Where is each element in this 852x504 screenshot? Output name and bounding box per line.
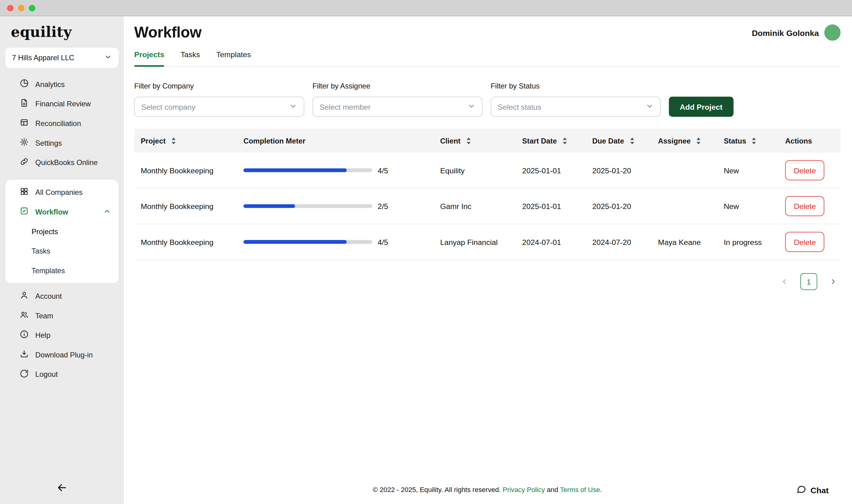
sort-icon	[171, 137, 176, 144]
column-header-assignee[interactable]: Assignee	[658, 137, 724, 145]
filter-company: Filter by Company Select company	[135, 82, 304, 117]
sidebar-item-financial-review[interactable]: Financial Review	[0, 94, 124, 114]
main-content: Workflow Dominik Golonka Projects Tasks …	[124, 16, 852, 504]
tab-templates[interactable]: Templates	[216, 50, 251, 66]
avatar[interactable]	[824, 24, 841, 41]
workflow-nav-panel: All Companies Workflow Projects Tasks Te…	[5, 180, 119, 283]
privacy-policy-link[interactable]: Privacy Policy	[503, 486, 545, 494]
sidebar-subitem-templates[interactable]: Templates	[5, 260, 119, 280]
company-filter-select[interactable]: Select company	[135, 97, 304, 117]
sidebar-nav-bottom: Account Team Help Download Plug-in Logou…	[0, 286, 124, 384]
settings-icon	[20, 137, 29, 148]
cell-project: Monthly Bookkeeping	[135, 166, 244, 175]
chevron-left-icon	[780, 277, 789, 286]
cell-project: Monthly Bookkeeping	[135, 237, 244, 246]
progress-bar	[244, 240, 372, 244]
cell-client: Lanyap Financial	[440, 237, 522, 246]
sidebar-item-quickbooks-online[interactable]: QuickBooks Online	[0, 153, 124, 173]
previous-page-button[interactable]	[780, 277, 789, 286]
column-header-project[interactable]: Project	[135, 137, 244, 145]
sidebar-item-label: Reconciliation	[35, 119, 81, 128]
pagination: 1	[135, 273, 841, 290]
column-header-status[interactable]: Status	[724, 137, 785, 145]
minimize-window-button[interactable]	[18, 5, 24, 11]
column-header-client[interactable]: Client	[440, 137, 522, 145]
tab-tasks[interactable]: Tasks	[180, 50, 200, 66]
progress-label: 2/5	[377, 202, 388, 211]
sidebar-item-help[interactable]: Help	[0, 325, 124, 345]
team-icon	[20, 310, 29, 321]
delete-button[interactable]: Delete	[785, 196, 824, 216]
table-row: Monthly Bookkeeping 4/5 Equility 2025-01…	[135, 153, 841, 189]
cell-start-date: 2024-07-01	[522, 237, 592, 246]
footer: © 2022 - 2025, Equility. All rights rese…	[135, 476, 841, 504]
cell-status: New	[724, 166, 785, 175]
checklist-icon	[20, 206, 29, 217]
column-header-start-date[interactable]: Start Date	[522, 137, 592, 145]
select-placeholder: Select status	[498, 102, 542, 111]
status-filter-select[interactable]: Select status	[491, 97, 661, 117]
sidebar-subitem-tasks[interactable]: Tasks	[5, 241, 119, 261]
cell-due-date: 2025-01-20	[592, 166, 658, 175]
chevron-right-icon	[829, 277, 837, 286]
user-menu: Dominik Golonka	[752, 24, 841, 41]
sidebar-item-account[interactable]: Account	[0, 286, 124, 306]
select-placeholder: Select member	[319, 102, 371, 111]
copyright-text: © 2022 - 2025, Equility. All rights rese…	[373, 486, 501, 494]
user-name: Dominik Golonka	[752, 28, 819, 37]
column-header-actions: Actions	[785, 137, 841, 145]
sidebar-item-settings[interactable]: Settings	[0, 133, 124, 153]
conjunction-text: and	[547, 486, 558, 494]
tab-bar: Projects Tasks Templates	[135, 50, 841, 67]
table-row: Monthly Bookkeeping 2/5 Gamr Inc 2025-01…	[135, 188, 841, 224]
logout-icon	[20, 369, 29, 380]
sidebar-item-logout[interactable]: Logout	[0, 364, 124, 384]
select-placeholder: Select company	[141, 102, 195, 111]
delete-button[interactable]: Delete	[785, 160, 824, 180]
analytics-icon	[20, 79, 29, 89]
delete-button[interactable]: Delete	[785, 232, 824, 252]
sidebar-item-label: Account	[35, 292, 62, 300]
sidebar-item-label: Team	[35, 312, 53, 320]
column-header-completion-meter[interactable]: Completion Meter	[244, 137, 440, 145]
cell-start-date: 2025-01-01	[522, 202, 592, 211]
table-row: Monthly Bookkeeping 4/5 Lanyap Financial…	[135, 224, 841, 260]
assignee-filter-select[interactable]: Select member	[313, 97, 482, 117]
sidebar-nav-top: Analytics Financial Review Reconciliatio…	[0, 74, 124, 172]
sidebar-item-analytics[interactable]: Analytics	[0, 74, 124, 94]
page-number-button[interactable]: 1	[800, 273, 817, 290]
filter-assignee-label: Filter by Assignee	[313, 82, 482, 90]
sidebar-item-all-companies[interactable]: All Companies	[5, 182, 119, 202]
tab-projects[interactable]: Projects	[135, 50, 164, 66]
filter-assignee: Filter by Assignee Select member	[313, 82, 482, 117]
sort-icon	[466, 137, 471, 144]
sidebar-item-reconciliation[interactable]: Reconciliation	[0, 113, 124, 133]
close-window-button[interactable]	[7, 5, 14, 11]
chat-button[interactable]: Chat	[796, 484, 829, 496]
sidebar-subitem-projects[interactable]: Projects	[5, 221, 119, 241]
collapse-sidebar-button[interactable]	[56, 482, 68, 496]
filter-company-label: Filter by Company	[135, 82, 304, 90]
sidebar-item-team[interactable]: Team	[0, 306, 124, 325]
sidebar-item-download-plugin[interactable]: Download Plug-in	[0, 345, 124, 364]
page-title: Workflow	[135, 23, 202, 42]
sidebar-item-workflow[interactable]: Workflow	[5, 202, 119, 221]
sidebar: equility 7 Hills Apparel LLC Analytics F…	[0, 16, 124, 504]
terms-of-use-link[interactable]: Terms of Use	[560, 486, 600, 494]
company-selector-value: 7 Hills Apparel LLC	[12, 54, 74, 62]
cell-status: New	[724, 202, 785, 211]
zoom-window-button[interactable]	[29, 5, 35, 11]
back-arrow-icon	[56, 487, 68, 496]
grid-icon	[20, 187, 29, 198]
next-page-button[interactable]	[829, 277, 837, 286]
sort-icon	[629, 137, 634, 144]
chat-icon	[796, 484, 806, 496]
sort-icon	[562, 137, 567, 144]
company-selector[interactable]: 7 Hills Apparel LLC	[5, 48, 119, 68]
chevron-down-icon	[467, 102, 476, 111]
sidebar-item-label: Help	[35, 331, 50, 339]
window-titlebar	[0, 0, 852, 16]
column-header-due-date[interactable]: Due Date	[592, 137, 658, 145]
add-project-button[interactable]: Add Project	[669, 97, 733, 117]
sidebar-item-label: Analytics	[35, 80, 65, 89]
